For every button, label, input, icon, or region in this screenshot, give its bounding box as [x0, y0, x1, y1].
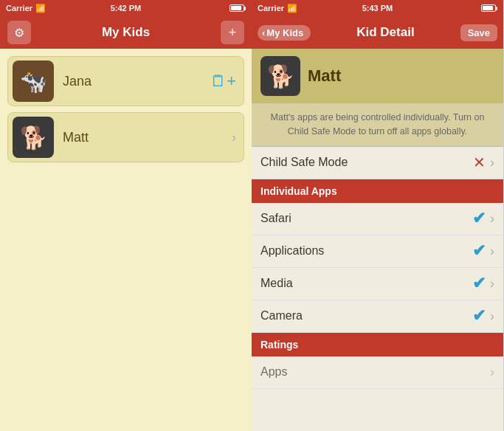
kids-list: 🐄 Jana 🗒+ 🐕 Matt ›	[0, 49, 252, 431]
right-status-left: Carrier 📶	[258, 4, 297, 13]
applications-label: Applications	[260, 244, 472, 258]
gear-button[interactable]: ⚙	[7, 21, 31, 44]
kid-detail-header: 🐕 Matt	[252, 49, 503, 103]
wifi-icon-right: 📶	[287, 4, 297, 13]
applications-row[interactable]: Applications ✔ ›	[252, 235, 503, 268]
matt-chevron-icon: ›	[232, 130, 236, 145]
child-safe-mode-row[interactable]: Child Safe Mode ✕ ›	[252, 147, 503, 179]
individual-apps-label: Individual Apps	[260, 185, 337, 197]
safari-label: Safari	[260, 212, 472, 225]
media-row[interactable]: Media ✔ ›	[252, 268, 503, 300]
applications-chevron-icon: ›	[490, 244, 494, 259]
media-check-icon: ✔	[472, 274, 486, 293]
x-icon: ✕	[473, 154, 486, 171]
media-label: Media	[260, 277, 472, 290]
matt-avatar-img-right: 🐕	[260, 56, 300, 96]
ratings-header: Ratings	[252, 333, 503, 356]
back-chevron-icon: ‹	[262, 27, 265, 38]
kid-row-matt[interactable]: 🐕 Matt ›	[7, 112, 244, 162]
camera-label: Camera	[260, 309, 472, 323]
left-nav-bar: ⚙ My Kids +	[0, 16, 252, 49]
matt-avatar-right: 🐕	[260, 56, 300, 96]
battery-left	[229, 4, 246, 12]
carrier-right: Carrier	[258, 4, 284, 13]
time-right: 5:43 PM	[362, 4, 393, 13]
gear-icon: ⚙	[14, 26, 24, 40]
jana-avatar-img: 🐄	[13, 61, 54, 102]
child-safe-mode-icons: ✕ ›	[473, 154, 494, 171]
safari-check-icon: ✔	[472, 209, 486, 228]
media-chevron-icon: ›	[490, 276, 494, 292]
camera-check-icon: ✔	[472, 306, 486, 325]
apps-partial-icons: ›	[490, 365, 494, 380]
matt-avatar-img-left: 🐕	[13, 117, 54, 158]
battery-right	[481, 4, 497, 12]
safari-chevron-icon: ›	[490, 211, 494, 227]
info-text-content: Matt's apps are being controlled individ…	[271, 112, 485, 137]
left-phone: Carrier 📶 5:42 PM ⚙ My Kids + 🐄 Jana 🗒+	[0, 0, 252, 431]
apps-partial-row[interactable]: Apps ›	[252, 356, 503, 389]
apps-partial-label: Apps	[260, 365, 490, 379]
back-label: My Kids	[266, 27, 303, 38]
add-kid-button[interactable]: +	[221, 21, 244, 44]
applications-icons: ✔ ›	[472, 241, 494, 261]
applications-check-icon: ✔	[472, 241, 486, 261]
apps-partial-chevron-icon: ›	[490, 365, 494, 380]
safari-icons: ✔ ›	[472, 209, 494, 228]
child-safe-chevron-icon: ›	[490, 155, 494, 170]
save-button[interactable]: Save	[460, 24, 497, 41]
time-left: 5:42 PM	[111, 4, 142, 13]
add-child-icon: 🗒+	[210, 72, 236, 91]
media-icons: ✔ ›	[472, 274, 494, 293]
jana-name: Jana	[54, 74, 210, 89]
safari-row[interactable]: Safari ✔ ›	[252, 203, 503, 235]
jana-avatar: 🐄	[13, 61, 54, 102]
left-nav-title: My Kids	[31, 25, 221, 40]
child-safe-mode-label: Child Safe Mode	[260, 156, 473, 169]
save-label: Save	[468, 27, 490, 38]
right-status-right	[481, 4, 497, 12]
matt-name-left: Matt	[54, 130, 232, 145]
left-status-right	[229, 4, 246, 12]
right-nav-title: Kid Detail	[315, 25, 455, 40]
camera-icons: ✔ ›	[472, 306, 494, 325]
info-text: Matt's apps are being controlled individ…	[252, 103, 503, 147]
wifi-icon-left: 📶	[35, 4, 46, 13]
kid-row-jana[interactable]: 🐄 Jana 🗒+	[7, 56, 244, 106]
carrier-left: Carrier	[6, 4, 32, 13]
right-nav-bar: ‹ My Kids Kid Detail Save	[252, 16, 503, 49]
left-status-left: Carrier 📶	[6, 4, 46, 13]
plus-icon: +	[229, 25, 237, 41]
camera-chevron-icon: ›	[490, 308, 494, 324]
left-status-bar: Carrier 📶 5:42 PM	[0, 0, 252, 16]
matt-avatar-left: 🐕	[13, 117, 54, 158]
detail-list: Child Safe Mode ✕ › Individual Apps Safa…	[252, 147, 503, 432]
back-button[interactable]: ‹ My Kids	[258, 25, 311, 41]
right-status-bar: Carrier 📶 5:43 PM	[252, 0, 503, 16]
matt-name-right: Matt	[308, 66, 341, 86]
individual-apps-header: Individual Apps	[252, 179, 503, 203]
camera-row[interactable]: Camera ✔ ›	[252, 300, 503, 333]
ratings-label: Ratings	[260, 339, 298, 351]
right-phone: Carrier 📶 5:43 PM ‹ My Kids Kid Detail S…	[252, 0, 503, 431]
